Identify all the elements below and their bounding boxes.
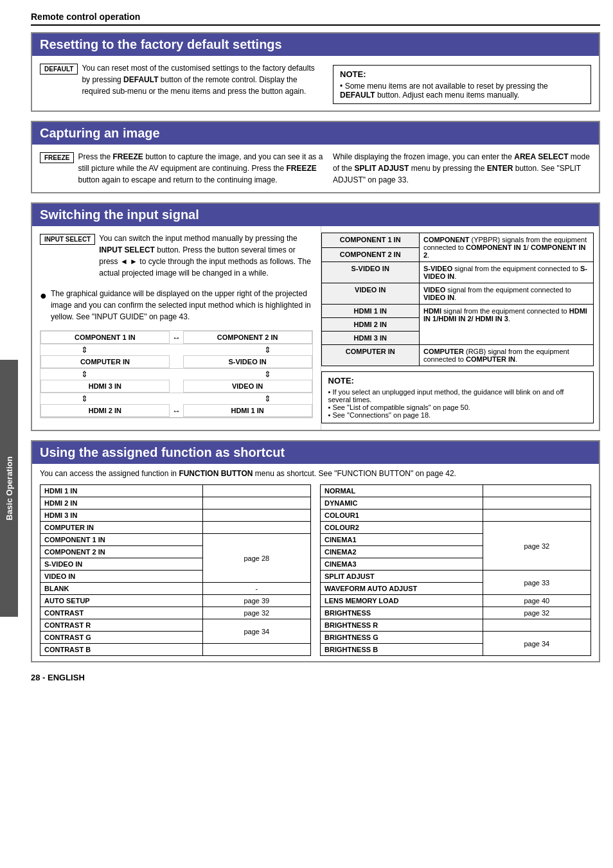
shortcut-page	[483, 619, 591, 632]
shortcut-item: BRIGHTNESS B	[321, 644, 483, 656]
resetting-left-text: You can reset most of the customised set…	[82, 62, 324, 97]
shortcut-item: CONTRAST B	[40, 644, 203, 656]
shortcut-item: NORMAL	[321, 485, 483, 497]
cycle-arrow-1: ↔	[170, 332, 183, 344]
shortcut-page	[202, 644, 310, 656]
shortcut-item: HDMI 2 IN	[40, 497, 203, 509]
shortcut-page	[202, 522, 310, 534]
switching-note: NOTE: • If you select an unplugged input…	[321, 371, 594, 423]
cycle-updown-2: ⇕	[264, 345, 271, 355]
shortcut-item: CONTRAST G	[40, 632, 203, 644]
shortcut-item: BRIGHTNESS	[321, 607, 483, 619]
shortcut-right-table: NORMAL DYNAMIC COLOUR1 COLOUR2page 32 CI…	[320, 484, 591, 656]
cycle-diagram: COMPONENT 1 IN ↔ COMPONENT 2 IN ⇕ ⇕ COMP…	[40, 330, 313, 418]
shortcut-page: -	[202, 583, 310, 595]
capturing-section: Capturing an image FREEZE Press the FREE…	[31, 121, 600, 193]
cycle-cell-hdmi3in: HDMI 3 IN	[40, 380, 170, 393]
shortcut-item: CONTRAST R	[40, 619, 203, 632]
signal-label-hdmi3: HDMI 3 IN	[321, 332, 419, 345]
shortcut-page: page 32	[202, 607, 310, 619]
capturing-title: Capturing an image	[32, 122, 599, 145]
signal-label-hdmi2: HDMI 2 IN	[321, 318, 419, 332]
resetting-section: Resetting to the factory default setting…	[31, 32, 600, 112]
input-select-icon: INPUT SELECT	[40, 234, 95, 245]
cycle-cell-hdmi1in: HDMI 1 IN	[183, 404, 312, 417]
shortcut-item: HDMI 1 IN	[40, 485, 203, 497]
shortcut-item: DYNAMIC	[321, 497, 483, 509]
shortcut-page	[202, 497, 310, 509]
resetting-note-title: NOTE:	[340, 69, 584, 79]
cycle-cell-videoin: VIDEO IN	[183, 380, 312, 393]
signal-label-computer: COMPUTER IN	[321, 345, 419, 366]
sidebar-tab: Basic Operation	[0, 360, 18, 617]
shortcut-item: CINEMA3	[321, 558, 483, 571]
shortcut-page: page 28	[202, 534, 310, 583]
shortcut-item: COMPONENT 2 IN	[40, 546, 203, 558]
resetting-note: NOTE: • Some menu items are not availabl…	[333, 65, 591, 104]
shortcut-item: CINEMA2	[321, 546, 483, 558]
signal-table: COMPONENT 1 IN COMPONENT (YPBPR) signals…	[321, 233, 594, 366]
shortcut-item: BRIGHTNESS R	[321, 619, 483, 632]
default-icon: DEFAULT	[40, 64, 78, 75]
cycle-cell-comp2in: COMPONENT 2 IN	[183, 331, 312, 344]
resetting-note-text: • Some menu items are not available to r…	[340, 82, 584, 100]
resetting-title: Resetting to the factory default setting…	[32, 33, 599, 56]
shortcut-page: page 32	[483, 607, 591, 619]
footer-text: 28 - ENGLISH	[31, 673, 600, 682]
switching-note-item3: • See "Connections" on page 18.	[328, 411, 587, 419]
cycle-cell-computerin: COMPUTER IN	[40, 355, 170, 368]
page-header: Remote control operation	[31, 12, 600, 26]
shortcut-item: LENS MEMORY LOAD	[321, 595, 483, 607]
switching-left-text: You can switch the input method manually…	[99, 233, 312, 279]
capturing-right-text: While displaying the frozen image, you c…	[333, 151, 591, 186]
shortcut-item: CONTRAST	[40, 607, 203, 619]
cycle-arrow-4: ↔	[170, 405, 183, 417]
shortcut-item: SPLIT ADJUST	[321, 571, 483, 583]
switching-note-title: NOTE:	[328, 376, 587, 385]
freeze-icon: FREEZE	[40, 152, 74, 163]
shortcut-page	[202, 509, 310, 522]
signal-label-hdmi1: HDMI 1 IN	[321, 305, 419, 318]
shortcut-item: VIDEO IN	[40, 571, 203, 583]
cycle-cell-comp1in: COMPONENT 1 IN	[40, 331, 170, 344]
shortcut-page: page 40	[483, 595, 591, 607]
signal-desc-comp1: COMPONENT (YPBPR) signals from the equip…	[419, 233, 593, 262]
shortcut-page: page 34	[483, 632, 591, 656]
switching-note-item2: • See "List of compatible signals" on pa…	[328, 403, 587, 411]
shortcut-section: Using the assigned function as shortcut …	[31, 440, 600, 662]
signal-label-video: VIDEO IN	[321, 283, 419, 305]
shortcut-item: AUTO SETUP	[40, 595, 203, 607]
shortcut-item: COMPONENT 1 IN	[40, 534, 203, 546]
cycle-updown-6: ⇕	[264, 394, 271, 403]
cycle-updown-4: ⇕	[264, 369, 271, 379]
shortcut-page: page 32	[483, 522, 591, 571]
shortcut-page	[483, 509, 591, 522]
shortcut-item: BLANK	[40, 583, 203, 595]
cycle-cell-svideoin: S-VIDEO IN	[183, 355, 312, 368]
signal-label-svideo: S-VIDEO IN	[321, 262, 419, 283]
signal-label-comp1in: COMPONENT 1 IN	[321, 233, 419, 248]
shortcut-page: page 33	[483, 571, 591, 595]
shortcut-page	[483, 497, 591, 509]
signal-desc-video: VIDEO signal from the equipment connecte…	[419, 283, 593, 305]
switching-title: Switching the input signal	[32, 204, 599, 226]
shortcut-page	[202, 485, 310, 497]
shortcut-page: page 34	[202, 619, 310, 644]
cycle-cell-hdmi2in: HDMI 2 IN	[40, 404, 170, 417]
signal-label-comp2in: COMPONENT 2 IN	[321, 247, 419, 262]
shortcut-item: CINEMA1	[321, 534, 483, 546]
shortcut-title: Using the assigned function as shortcut	[32, 441, 599, 464]
shortcut-item: COLOUR2	[321, 522, 483, 534]
cycle-updown-3: ⇕	[81, 369, 88, 379]
shortcut-intro: You can access the assigned function in …	[40, 469, 591, 478]
shortcut-item: COLOUR1	[321, 509, 483, 522]
shortcut-item: COMPUTER IN	[40, 522, 203, 534]
signal-desc-computer: COMPUTER (RGB) signal from the equipment…	[419, 345, 593, 366]
signal-desc-hdmi: HDMI signal from the equipment connected…	[419, 305, 593, 345]
shortcut-left-table: HDMI 1 IN HDMI 2 IN HDMI 3 IN COMPUTER I…	[40, 484, 311, 656]
cycle-updown-1: ⇕	[81, 345, 88, 355]
shortcut-item: HDMI 3 IN	[40, 509, 203, 522]
signal-desc-svideo: S-VIDEO signal from the equipment connec…	[419, 262, 593, 283]
switching-section: Switching the input signal INPUT SELECT …	[31, 202, 600, 431]
shortcut-item: S-VIDEO IN	[40, 558, 203, 571]
